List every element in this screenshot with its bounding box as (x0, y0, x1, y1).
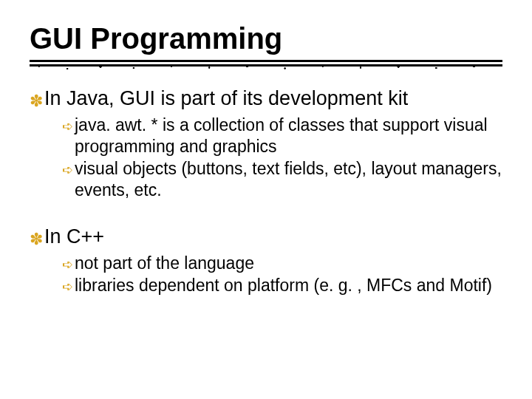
arrow-bullet-icon: ➪ (62, 162, 73, 179)
decorative-bullet-icon: ✽ (30, 91, 43, 112)
bullet-text: In Java, GUI is part of its development … (44, 86, 502, 112)
bullet-level2: ➪ not part of the language (62, 253, 502, 274)
arrow-bullet-icon: ➪ (62, 279, 73, 296)
slide: GUI Programming ✽ In Java, GUI is part o… (0, 0, 532, 399)
bullet-level1: ✽ In C++ (30, 225, 502, 250)
bullet-text: visual objects (buttons, text fields, et… (75, 158, 502, 201)
bullet-level2: ➪ visual objects (buttons, text fields, … (62, 158, 502, 201)
bullet-text: java. awt. * is a collection of classes … (75, 115, 502, 157)
decorative-bullet-icon: ✽ (30, 229, 43, 250)
bullet-level2: ➪ java. awt. * is a collection of classe… (62, 115, 502, 157)
bullet-text: In C++ (44, 225, 502, 250)
bullet-text: not part of the language (75, 253, 502, 274)
bullet-level1: ✽ In Java, GUI is part of its developmen… (30, 86, 502, 112)
slide-title: GUI Programming (30, 22, 502, 55)
arrow-bullet-icon: ➪ (62, 256, 73, 273)
bullet-text: libraries dependent on platform (e. g. ,… (75, 275, 502, 296)
bullet-level2: ➪ libraries dependent on platform (e. g.… (62, 275, 502, 296)
arrow-bullet-icon: ➪ (62, 118, 73, 135)
title-underline (30, 60, 502, 70)
